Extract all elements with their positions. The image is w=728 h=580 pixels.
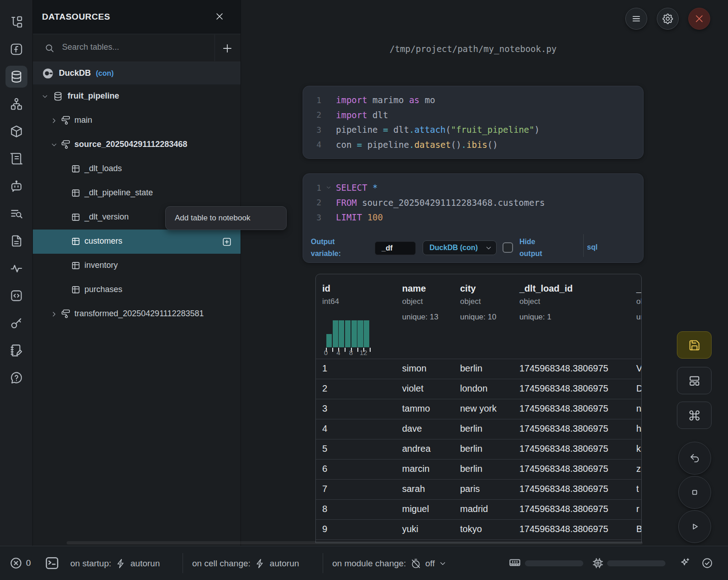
status-label: on cell change: bbox=[192, 559, 251, 569]
fold-chevron-icon[interactable] bbox=[321, 184, 336, 191]
histogram-bar bbox=[357, 320, 363, 347]
column-dtype: object bbox=[402, 297, 423, 306]
horizontal-scrollbar[interactable] bbox=[67, 541, 643, 544]
menu-button[interactable] bbox=[625, 8, 647, 30]
database-tab[interactable] bbox=[5, 66, 27, 88]
sparkles-icon[interactable] bbox=[678, 557, 691, 570]
tree-item-customers[interactable]: customers bbox=[33, 230, 241, 254]
run-button[interactable] bbox=[678, 510, 711, 543]
histogram-bar bbox=[351, 320, 357, 347]
bot-tab[interactable] bbox=[5, 175, 27, 197]
column-header-city[interactable]: city bbox=[460, 283, 476, 294]
tree-item-label: customers bbox=[84, 236, 122, 246]
table-icon bbox=[71, 164, 81, 174]
table-row[interactable]: 8miguelmadrid1745968348.3806975r bbox=[316, 499, 641, 519]
save-button[interactable] bbox=[677, 331, 712, 359]
command-palette-button[interactable] bbox=[677, 402, 712, 429]
error-count: 0 bbox=[26, 558, 31, 568]
close-app-button[interactable] bbox=[688, 8, 710, 30]
terminal-icon[interactable] bbox=[44, 555, 60, 571]
tree-item-inventory[interactable]: inventory bbox=[33, 254, 241, 278]
table-row[interactable]: 5andreaberlin1745968348.3806975k bbox=[316, 439, 641, 459]
table-cell: yuki bbox=[402, 524, 419, 534]
table-row[interactable]: 3tammonew york1745968348.3806975n bbox=[316, 399, 641, 419]
hierarchy-tab[interactable] bbox=[5, 93, 27, 115]
code-editor[interactable]: 1import marimo as mo2import dlt3pipeline… bbox=[303, 86, 643, 152]
sql-output-controls: Output variable: _df DuckDB (con) Hide o… bbox=[303, 232, 643, 261]
code-block-tab[interactable] bbox=[5, 285, 27, 307]
line-number: 4 bbox=[303, 140, 321, 149]
divider bbox=[183, 553, 183, 573]
error-circle-icon[interactable] bbox=[9, 556, 23, 570]
package-tab[interactable] bbox=[5, 120, 27, 142]
table-cell: t bbox=[636, 484, 639, 494]
tree-item-_dlt_loads[interactable]: _dlt_loads bbox=[33, 157, 241, 181]
notebook-edit-tab[interactable] bbox=[5, 340, 27, 361]
engine-select[interactable]: DuckDB (con) bbox=[423, 240, 497, 255]
tree-item-_dlt_pipeline_state[interactable]: _dlt_pipeline_state bbox=[33, 181, 241, 205]
histogram-tick bbox=[370, 348, 371, 352]
search-list-tab[interactable] bbox=[5, 203, 27, 225]
add-datasource-button[interactable] bbox=[221, 42, 233, 54]
table-icon bbox=[71, 212, 81, 222]
column-header-_dlt_id[interactable]: _dlt_id bbox=[636, 283, 642, 294]
add-table-to-notebook-button[interactable] bbox=[222, 237, 232, 247]
table-cell: 7 bbox=[322, 484, 327, 494]
tree-item-label: purchases bbox=[84, 285, 122, 294]
file-tree-tab[interactable] bbox=[5, 11, 27, 33]
tree-item-main[interactable]: main bbox=[33, 109, 241, 133]
table-row[interactable]: 1simonberlin1745968348.3806975V bbox=[316, 359, 641, 379]
column-header-id[interactable]: id bbox=[322, 283, 330, 294]
chevron-down-icon[interactable] bbox=[41, 93, 49, 100]
output-variable-input[interactable]: _df bbox=[375, 241, 416, 255]
check-circle-icon[interactable] bbox=[701, 557, 713, 570]
column-stat: unique: 13 bbox=[402, 313, 438, 322]
table-row[interactable]: 7sarahparis1745968348.3806975t bbox=[316, 479, 641, 499]
column-header-name[interactable]: name bbox=[402, 283, 426, 294]
table-row[interactable]: 4daveberlin1745968348.3806975h bbox=[316, 419, 641, 439]
cell-change-mode[interactable]: on cell change:autorun bbox=[192, 546, 299, 580]
tree-item-label: main bbox=[74, 115, 92, 125]
sql-cell[interactable]: 1SELECT *2FROM source_202504291112283468… bbox=[303, 173, 644, 263]
hierarchy-icon bbox=[10, 97, 23, 111]
tree-item-purchases[interactable]: purchases bbox=[33, 278, 241, 302]
table-cell: tokyo bbox=[460, 524, 482, 534]
python-import-cell[interactable]: 1import marimo as mo2import dlt3pipeline… bbox=[303, 86, 644, 159]
panel-title: DATASOURCES bbox=[42, 12, 110, 22]
table-row[interactable]: 6marcinberlin1745968348.3806975z bbox=[316, 459, 641, 479]
engine-row-duckdb[interactable]: DuckDB (con) bbox=[33, 62, 241, 84]
undo-button[interactable] bbox=[678, 442, 711, 475]
histogram-tick bbox=[345, 348, 346, 352]
layout-button[interactable] bbox=[677, 367, 712, 394]
table-row[interactable]: 9yukitokyo1745968348.3806975B bbox=[316, 519, 641, 539]
code-text: FROM source_202504291112283468.customers bbox=[336, 198, 545, 208]
tree-item-fruit_pipeline[interactable]: fruit_pipeline bbox=[33, 84, 241, 109]
column-header-_dlt_load_id[interactable]: _dlt_load_id bbox=[519, 283, 573, 294]
key-tab[interactable] bbox=[5, 312, 27, 334]
scroll-tab[interactable] bbox=[5, 148, 27, 170]
chevron-right-icon[interactable] bbox=[50, 310, 58, 318]
search-input[interactable]: Search tables... bbox=[62, 42, 119, 52]
close-panel-icon[interactable] bbox=[215, 11, 225, 21]
table-row[interactable]: 2violetlondon1745968348.3806975D bbox=[316, 379, 641, 399]
datasource-tree: fruit_pipelinemainsource_202504291112283… bbox=[33, 84, 241, 326]
startup-mode[interactable]: on startup:autorun bbox=[70, 546, 160, 580]
file-tree-icon bbox=[10, 15, 23, 29]
chevron-down-icon[interactable] bbox=[50, 141, 58, 149]
hide-output-checkbox[interactable] bbox=[503, 242, 513, 253]
line-number: 1 bbox=[303, 183, 321, 193]
tree-item-source_202504291112283468[interactable]: source_202504291112283468 bbox=[33, 133, 241, 157]
help-tab[interactable] bbox=[5, 367, 27, 389]
document-tab[interactable] bbox=[5, 230, 27, 252]
activity-tab[interactable] bbox=[5, 257, 27, 279]
tree-item-transformed_202504291112283581[interactable]: transformed_202504291112283581 bbox=[33, 302, 241, 326]
module-change-mode[interactable]: on module change:off bbox=[332, 546, 447, 580]
sql-editor[interactable]: 1SELECT *2FROM source_202504291112283468… bbox=[303, 174, 643, 225]
settings-button[interactable] bbox=[657, 8, 679, 30]
stop-button[interactable] bbox=[678, 476, 711, 509]
code-text: con = pipeline.dataset().ibis() bbox=[336, 140, 498, 150]
column-stat: unique: 10 bbox=[460, 313, 496, 322]
code-line: 3pipeline = dlt.attach("fruit_pipeline") bbox=[303, 122, 643, 137]
chevron-right-icon[interactable] bbox=[50, 117, 58, 125]
function-tab[interactable] bbox=[5, 38, 27, 60]
